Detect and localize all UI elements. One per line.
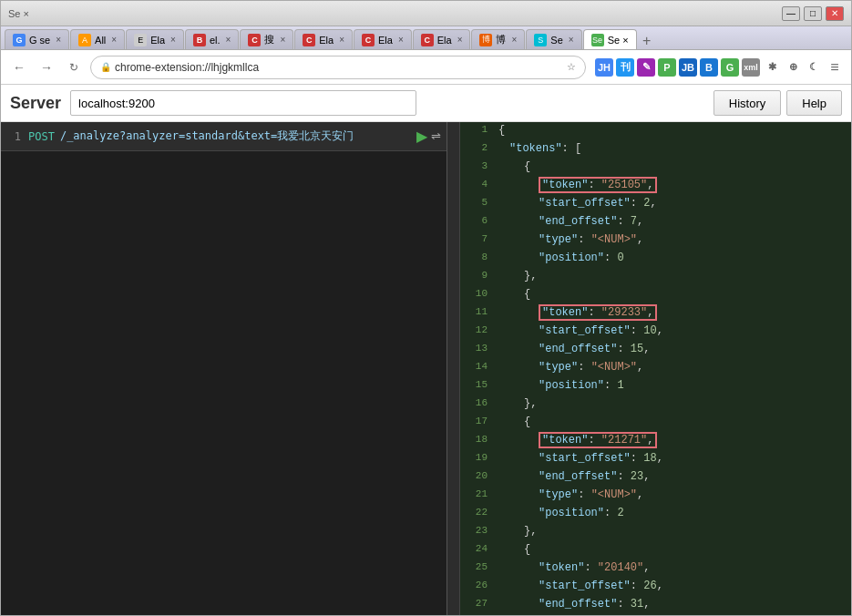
json-line-4: 4 "token": "25105", (460, 177, 851, 195)
forward-button[interactable]: → (36, 56, 57, 78)
tab-close-icon[interactable]: × (170, 35, 176, 45)
line-number: 9 (462, 268, 495, 281)
ext-刊-icon[interactable]: 刊 (616, 58, 634, 77)
ext-menu-icon[interactable]: ≡ (826, 58, 844, 77)
line-content: "position": 0 (495, 250, 849, 266)
line-number: 1 (462, 122, 495, 135)
tab-b[interactable]: B el. × (185, 29, 239, 49)
json-line-24: 24 { (460, 541, 851, 560)
json-line-9: 9 }, (460, 268, 851, 286)
maximize-button[interactable]: □ (804, 6, 822, 21)
ext-g-icon[interactable]: G (721, 58, 739, 77)
line-content: }, (495, 395, 849, 412)
line-number: 27 (462, 596, 495, 609)
tab-label: el. (210, 35, 221, 46)
server-actions: History Help (713, 90, 842, 116)
line-number: 1 (6, 130, 21, 143)
tab-close-icon[interactable]: × (280, 35, 285, 45)
tab-label: Ela (378, 35, 393, 46)
close-button[interactable]: ✕ (826, 6, 844, 21)
history-button[interactable]: History (713, 90, 781, 116)
tab-label: Ela (437, 35, 452, 46)
address-bar[interactable]: 🔒 chrome-extension://lhjgkmllca ☆ (90, 56, 586, 79)
tab-se1[interactable]: S Se × (526, 29, 581, 49)
json-line-21: 21 "type": "<NUM>", (460, 487, 851, 505)
browser-window: Se × — □ ✕ G G se × A All × E Ela × B el… (0, 0, 852, 616)
json-line-11: 11 "token": "29233", (460, 304, 851, 323)
tab-close-icon[interactable]: × (398, 35, 404, 45)
json-line-5: 5 "start_offset": 2, (460, 195, 851, 213)
bookmark-icon[interactable]: ☆ (567, 61, 576, 73)
ext-jb-icon[interactable]: JB (679, 58, 697, 77)
line-content: "token": "21271", (495, 432, 849, 448)
tab-c3[interactable]: C Ela × (354, 29, 412, 49)
json-line-22: 22 "position": 2 (460, 505, 851, 523)
help-button[interactable]: Help (786, 90, 842, 116)
new-tab-button[interactable]: + (638, 33, 656, 49)
tab-close-icon[interactable]: × (56, 35, 61, 45)
line-number: 13 (462, 341, 495, 354)
line-content: "type": "<NUM>", (495, 231, 849, 248)
refresh-button[interactable]: ↻ (63, 56, 85, 78)
tab-ela1[interactable]: E Ela × (126, 29, 184, 49)
tab-g-search[interactable]: G G se × (5, 29, 69, 49)
wrap-button[interactable]: ⇌ (431, 129, 441, 143)
json-line-13: 13 "end_offset": 15, (460, 341, 851, 359)
tab-close-icon[interactable]: × (511, 35, 517, 45)
server-bar: Server History Help (1, 85, 851, 122)
tab-favicon: Se (591, 34, 604, 46)
tab-close-icon[interactable]: × (339, 35, 344, 45)
line-number: 8 (462, 250, 495, 262)
ext-p-icon[interactable]: P (658, 58, 676, 77)
ext-shield-icon[interactable]: ⊕ (784, 58, 802, 77)
ext-phone-icon[interactable]: ✎ (637, 58, 655, 77)
json-line-1: 1 { (460, 122, 851, 140)
run-button[interactable]: ▶ (416, 128, 427, 145)
line-number: 24 (462, 541, 495, 554)
line-number: 18 (462, 432, 495, 445)
minimize-button[interactable]: — (782, 6, 800, 21)
line-content: "start_offset": 26, (495, 578, 849, 594)
window-title: Se × (8, 8, 782, 19)
ext-b2-icon[interactable]: B (700, 58, 718, 77)
tab-favicon: C (421, 34, 434, 46)
server-input[interactable] (70, 90, 416, 116)
json-line-10: 10 { (460, 286, 851, 304)
tab-label: Ela (319, 35, 334, 46)
line-content: "position": 1 (495, 377, 849, 394)
ext-moon-icon[interactable]: ☾ (805, 58, 823, 77)
tab-close-icon[interactable]: × (226, 35, 231, 45)
extension-icons: JH 刊 ✎ P JB B G xml ✱ ⊕ ☾ ≡ (595, 58, 844, 77)
line-content: "end_offset": 23, (495, 468, 849, 485)
json-line-18: 18 "token": "21271", (460, 432, 851, 450)
tab-close-icon[interactable]: × (457, 35, 463, 45)
line-content: "end_offset": 31, (495, 596, 849, 612)
ext-xml-icon[interactable]: xml (742, 58, 760, 77)
tab-all[interactable]: A All × (70, 29, 125, 49)
tab-c4[interactable]: C Ela × (413, 29, 471, 49)
line-content: "tokens": [ (495, 140, 849, 157)
query-method: POST (28, 130, 55, 143)
json-line-2: 2 "tokens": [ (460, 140, 851, 159)
line-content: "token": "25105", (495, 177, 849, 193)
panel-gutter (447, 122, 460, 615)
title-bar: Se × — □ ✕ (1, 1, 851, 26)
line-number: 15 (462, 377, 495, 390)
tab-blog[interactable]: 博 博 × (471, 29, 525, 49)
ext-star-icon[interactable]: ✱ (763, 58, 781, 77)
tab-c2[interactable]: C Ela × (294, 29, 353, 49)
right-panel[interactable]: 1 { 2 "tokens": [ 3 { 4 "token": "25105"… (460, 122, 851, 615)
line-content: { (495, 414, 849, 430)
json-line-19: 19 "start_offset": 18, (460, 450, 851, 468)
line-number: 25 (462, 560, 495, 572)
tab-close-icon[interactable]: × (569, 35, 574, 45)
line-number: 26 (462, 578, 495, 590)
line-content: { (495, 122, 849, 139)
tab-se2-active[interactable]: Se Se × (583, 29, 637, 49)
back-button[interactable]: ← (8, 56, 30, 78)
left-panel: 1 POST /_analyze?analyzer=standard&text=… (1, 122, 447, 615)
line-number: 5 (462, 195, 495, 208)
ext-jh-icon[interactable]: JH (595, 58, 613, 77)
tab-close-icon[interactable]: × (111, 35, 117, 45)
tab-c1[interactable]: C 搜 × (240, 29, 293, 49)
